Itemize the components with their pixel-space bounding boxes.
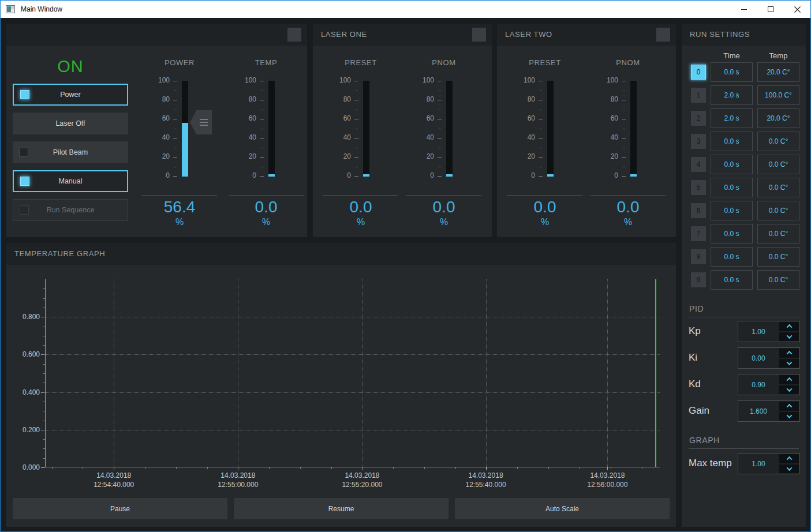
slider-track[interactable] [446,81,453,177]
step-index-button[interactable]: 9 [691,272,706,287]
step-index-button[interactable]: 1 [691,88,706,103]
value-separator [406,195,481,196]
slider-tick-label: 0 [231,171,256,179]
control-button-power[interactable]: Power [13,84,128,106]
slider-handle[interactable] [190,110,212,134]
step-temp-field[interactable]: 100.0 C° [757,85,799,105]
x-axis-label: 14.03.201812:56:00.000 [573,471,642,489]
chevron-up-icon [786,351,792,357]
slider-tick [173,176,177,177]
spin-up-button[interactable] [779,322,799,331]
step-temp-field[interactable]: 0.0 C° [757,247,799,267]
graph-setting-label: Max temp [689,458,732,469]
slider-minor-tick [356,129,358,129]
step-time-field[interactable]: 0.0 s [711,224,753,243]
slider-minor-tick [174,129,177,129]
spin-down-button[interactable] [779,385,799,395]
slider-minor-tick [540,91,542,91]
pause-button[interactable]: Pause [13,498,227,519]
x-axis-minor-tick [52,467,53,469]
step-time-field[interactable]: 0.0 s [711,62,753,82]
step-time-field[interactable]: 0.0 s [711,201,753,220]
panel-header-button[interactable] [656,28,670,42]
spin-down-button[interactable] [779,412,799,421]
step-temp-field[interactable]: 0.0 C° [757,132,799,151]
graph-setting-value[interactable]: 1.00 [738,454,779,474]
step-time-field[interactable]: 0.0 s [711,178,753,197]
step-index-button[interactable]: 7 [691,226,706,241]
step-temp-field[interactable]: 0.0 C° [757,178,799,197]
step-index-button[interactable]: 0 [691,65,706,80]
spin-down-button[interactable] [779,359,799,368]
y-axis-minor-tick [43,364,45,365]
y-axis-minor-tick [43,439,45,440]
close-button[interactable] [784,1,810,18]
step-temp-field[interactable]: 20.0 C° [757,62,799,82]
y-axis-minor-tick [43,289,45,289]
control-button-laser-off[interactable]: Laser Off [13,113,128,134]
step-index-button[interactable]: 6 [691,203,706,218]
checkbox-unchecked[interactable] [19,148,28,157]
step-temp-field[interactable]: 0.0 C° [757,224,799,243]
slider-minor-tick [540,148,542,148]
step-temp-field[interactable]: 20.0 C° [757,108,799,128]
slider-track[interactable] [547,81,554,177]
step-time-field[interactable]: 0.0 s [711,155,753,174]
spin-up-button[interactable] [779,375,799,384]
pid-spinbox-gain: 1.600 [738,400,800,422]
pid-value[interactable]: 0.90 [738,374,779,395]
pid-value[interactable]: 1.00 [738,321,779,342]
resume-button[interactable]: Resume [234,498,449,519]
graph-section-title: GRAPH [689,436,720,445]
spin-up-button[interactable] [779,454,799,463]
slider-tick [354,138,358,138]
slider-track[interactable] [363,81,369,177]
pid-spinbox-ki: 0.00 [738,347,800,369]
slider-track[interactable] [268,81,275,177]
step-time-field[interactable]: 2.0 s [711,108,753,128]
panel-header-button[interactable] [287,28,301,42]
control-button-manual[interactable]: Manual [13,170,128,192]
auto-scale-button[interactable]: Auto Scale [455,498,670,519]
slider-track[interactable] [630,81,637,177]
pid-value[interactable]: 1.600 [738,401,779,421]
step-time-field[interactable]: 0.0 s [711,132,753,151]
step-index-button[interactable]: 4 [691,157,706,172]
step-time-field[interactable]: 0.0 s [711,270,753,290]
step-index-button[interactable]: 5 [691,180,706,195]
spin-down-button[interactable] [779,332,799,342]
step-index-button[interactable]: 3 [691,134,706,149]
step-time-field[interactable]: 0.0 s [711,247,753,267]
step-index-button[interactable]: 8 [691,249,706,264]
step-temp-field[interactable]: 0.0 C° [757,270,799,290]
x-axis-minor-tick [642,467,642,469]
slider-minor-tick [261,91,263,91]
panel-header-button[interactable] [472,28,486,42]
checkbox-checked[interactable] [20,90,29,99]
y-axis-label: 0.200 [23,426,40,434]
control-button-run-sequence: Run Sequence [13,199,128,221]
step-index-button[interactable]: 2 [691,111,706,126]
pid-section-title: PID [689,304,704,313]
step-time-field[interactable]: 2.0 s [711,85,753,105]
maximize-icon [768,6,773,12]
slider-tick-label: 0 [144,171,170,179]
slider-tick [173,138,177,138]
grip-icon [200,125,208,126]
x-axis-minor-tick [207,467,208,469]
control-button-pilot-beam[interactable]: Pilot Beam [13,141,128,163]
spin-up-button[interactable] [779,349,799,358]
pid-row-kd: Kd0.90 [682,374,806,395]
spin-up-button[interactable] [779,402,799,411]
spin-down-button[interactable] [779,464,799,474]
slider-value: 0.0 [585,198,671,216]
pid-value[interactable]: 0.00 [738,348,779,368]
maximize-button[interactable] [757,1,784,18]
run-step-row: 12.0 s100.0 C° [682,85,806,105]
step-temp-field[interactable]: 0.0 C° [757,155,799,174]
minimize-button[interactable] [731,1,757,18]
checkbox-checked[interactable] [20,177,29,186]
y-axis-minor-tick [43,308,45,308]
slider-minor-tick [356,110,358,110]
step-temp-field[interactable]: 0.0 C° [757,201,799,220]
